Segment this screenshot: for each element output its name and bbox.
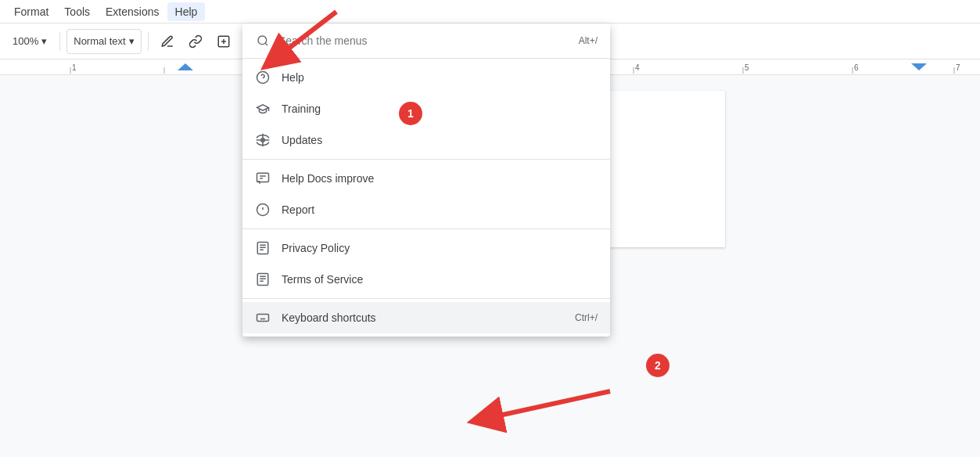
menu-item-report[interactable]: Report [242, 194, 610, 225]
menu-format[interactable]: Format [6, 2, 56, 21]
toolbar-divider-1 [59, 32, 60, 51]
style-dropdown[interactable]: Normal text ▾ [66, 29, 141, 54]
svg-marker-33 [911, 63, 927, 70]
section-4: Keyboard shortcuts Ctrl+/ [242, 299, 610, 336]
dropdown-search-row: Alt+/ [242, 23, 610, 59]
report-icon [255, 202, 271, 218]
menu-help[interactable]: Help [167, 2, 206, 21]
add-icon-btn[interactable] [211, 29, 236, 54]
menu-item-keyboard-shortcuts[interactable]: Keyboard shortcuts Ctrl+/ [242, 302, 610, 333]
section-3: Privacy Policy Terms of Service [242, 229, 610, 299]
section-1: Help Training Updates [242, 59, 610, 160]
toolbar-divider-2 [148, 32, 149, 51]
menu-item-help-docs-label: Help Docs improve [282, 172, 374, 185]
help-circle-icon [255, 70, 271, 85]
svg-text:6: 6 [854, 63, 859, 72]
menu-item-updates-label: Updates [282, 134, 322, 146]
help-dropdown-menu: Alt+/ Help Training Updates H [242, 23, 610, 336]
privacy-doc-icon [255, 240, 271, 256]
svg-text:7: 7 [956, 63, 960, 72]
style-arrow: ▾ [129, 35, 135, 47]
svg-rect-41 [257, 173, 269, 182]
menu-item-keyboard-shortcuts-label: Keyboard shortcuts [282, 311, 376, 324]
zoom-value: 100% [13, 35, 38, 47]
svg-text:1: 1 [72, 63, 77, 72]
search-input[interactable] [278, 34, 571, 47]
menu-item-help[interactable]: Help [242, 62, 610, 93]
menu-tools[interactable]: Tools [56, 2, 98, 21]
comment-icon [255, 171, 271, 186]
zoom-dropdown[interactable]: 100% ▾ [6, 29, 53, 54]
menu-item-training[interactable]: Training [242, 93, 610, 124]
training-icon [255, 101, 271, 117]
svg-line-35 [265, 43, 267, 45]
style-value: Normal text [74, 35, 125, 47]
pen-icon-btn[interactable] [155, 29, 180, 54]
menu-extensions[interactable]: Extensions [98, 2, 167, 21]
keyboard-shortcuts-shortcut: Ctrl+/ [575, 312, 598, 323]
keyboard-icon [255, 310, 271, 326]
menu-item-updates[interactable]: Updates [242, 124, 610, 156]
menu-item-privacy-label: Privacy Policy [282, 242, 350, 254]
menu-item-privacy[interactable]: Privacy Policy [242, 232, 610, 264]
menu-item-help-docs[interactable]: Help Docs improve [242, 163, 610, 194]
menu-item-help-label: Help [282, 71, 304, 84]
section-2: Help Docs improve Report [242, 160, 610, 229]
zoom-arrow: ▾ [41, 35, 47, 47]
menu-bar: Format Tools Extensions Help [0, 0, 980, 23]
svg-rect-55 [257, 315, 269, 322]
menu-item-terms[interactable]: Terms of Service [242, 264, 610, 295]
search-shortcut: Alt+/ [579, 35, 598, 46]
menu-item-terms-label: Terms of Service [282, 273, 363, 286]
updates-icon [255, 132, 271, 148]
svg-point-34 [258, 36, 267, 45]
svg-text:5: 5 [745, 63, 749, 72]
search-icon [255, 33, 271, 49]
svg-marker-32 [178, 63, 193, 70]
menu-item-report-label: Report [282, 203, 314, 216]
link-icon-btn[interactable] [183, 29, 208, 54]
terms-doc-icon [255, 272, 271, 287]
menu-item-training-label: Training [282, 103, 321, 115]
svg-text:4: 4 [635, 63, 640, 72]
